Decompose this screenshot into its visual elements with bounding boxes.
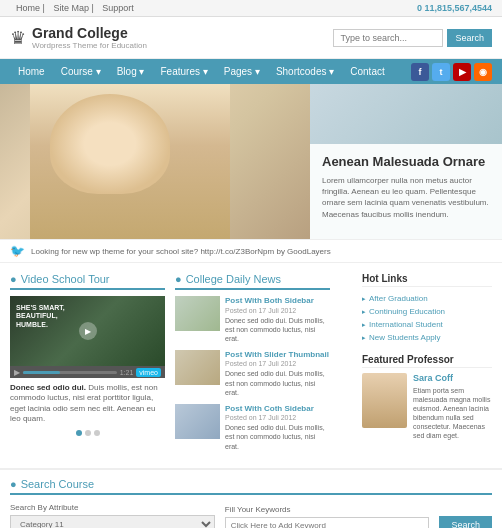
hero-image [0,84,310,239]
youtube-icon[interactable]: ▶ [453,63,471,81]
site-tagline: Wordpress Theme for Education [32,41,147,50]
hot-links-title: Hot Links [362,273,492,287]
search-keywords-input[interactable] [225,517,430,528]
social-icons[interactable]: f t ▶ ◉ [411,63,492,81]
news-date-2: Posted on 17 Juli 2012 [225,360,330,367]
video-overlay: SHE'S SMART,BEAUTIFUL,HUMBLE. ▶ [10,296,165,366]
news-title-3[interactable]: Post With Coth Sidebar [225,404,330,414]
hot-links-section: Hot Links After Graduation Continuing Ed… [362,273,492,344]
nav-course[interactable]: Course ▾ [53,59,109,84]
news-excerpt-1: Donec sed odio dui. Duis mollis, est non… [225,316,330,343]
professor-name: Sara Coff [413,373,492,383]
twitter-bird-icon: 🐦 [10,244,25,258]
search-button[interactable]: Search [447,29,492,47]
news-title-1[interactable]: Post With Both Sidebar [225,296,330,306]
news-img-1 [175,296,220,331]
video-controls[interactable]: ▶ 1:21 vimeo [10,366,165,378]
news-content-2: Post With Slider Thumbnail Posted on 17 … [225,350,330,397]
news-section-icon: ● [175,273,182,285]
sitemap-link[interactable]: Site Map [53,3,89,13]
site-header: ♛ Grand College Wordpress Theme for Educ… [0,17,502,59]
dot-3[interactable] [94,430,100,436]
news-date-1: Posted on 17 Juli 2012 [225,307,330,314]
video-text-overlay: SHE'S SMART,BEAUTIFUL,HUMBLE. [16,304,65,329]
news-section-title: ● College Daily News [175,273,330,290]
sidebar: Hot Links After Graduation Continuing Ed… [362,273,492,458]
support-link[interactable]: Support [102,3,134,13]
news-item-3: Post With Coth Sidebar Posted on 17 Juli… [175,404,330,451]
vimeo-badge: vimeo [136,368,161,377]
rss-icon[interactable]: ◉ [474,63,492,81]
top-bar: Home | Site Map | Support 0 11,815,567,4… [0,0,502,17]
search-section: ● Search Course Search By Attribute Cate… [0,468,502,528]
video-section-title: ● Video School Tour [10,273,165,290]
twitter-bar: 🐦 Looking for new wp theme for your scho… [0,239,502,263]
news-title-label: College Daily News [186,273,281,285]
professor-desc: Etiam porta sem malesuada magna mollis e… [413,386,492,441]
news-item-2: Post With Slider Thumbnail Posted on 17 … [175,350,330,397]
site-title: Grand College [32,25,147,41]
search-course-button[interactable]: Search [439,516,492,528]
hot-link-2[interactable]: Continuing Education [362,305,492,318]
dot-1[interactable] [76,430,82,436]
phone-number: 0 11,815,567,4544 [417,3,492,13]
nav-blog[interactable]: Blog ▾ [109,59,153,84]
hero-text: Lorem ullamcorper nulla non metus auctor… [322,175,490,220]
search-attribute-field: Search By Attribute Category 11 [10,503,215,528]
news-section: ● College Daily News Post With Both Side… [175,273,330,458]
left-columns: ● Video School Tour SHE'S SMART,BEAUTIFU… [10,273,352,458]
video-play-icon[interactable]: ▶ [14,368,20,377]
hot-link-3[interactable]: International Student [362,318,492,331]
video-title-label: Video School Tour [21,273,110,285]
nav-links[interactable]: Home Course ▾ Blog ▾ Features ▾ Pages ▾ … [10,59,393,84]
professor-photo [362,373,407,428]
video-progress-bar[interactable] [23,371,117,374]
news-img-3 [175,404,220,439]
twitter-icon[interactable]: t [432,63,450,81]
search-keywords-label: Fill Your Keywords [225,505,430,514]
header-search[interactable]: Search [333,29,492,47]
news-thumb-2 [175,350,220,385]
search-section-label: Search Course [21,478,94,490]
main-content: ● Video School Tour SHE'S SMART,BEAUTIFU… [0,263,502,468]
nav-pages[interactable]: Pages ▾ [216,59,268,84]
news-excerpt-3: Donec sed odio dui. Duis mollis, est non… [225,423,330,450]
news-content-3: Post With Coth Sidebar Posted on 17 Juli… [225,404,330,451]
search-attribute-label: Search By Attribute [10,503,215,512]
hot-link-4[interactable]: New Students Apply [362,331,492,344]
video-progress-fill [23,371,60,374]
video-dots[interactable] [10,425,165,441]
nav-home[interactable]: Home [10,59,53,84]
news-date-3: Posted on 17 Juli 2012 [225,414,330,421]
nav-contact[interactable]: Contact [342,59,392,84]
professor-card: Sara Coff Etiam porta sem malesuada magn… [362,373,492,441]
video-thumbnail[interactable]: SHE'S SMART,BEAUTIFUL,HUMBLE. ▶ [10,296,165,366]
search-row: Search By Attribute Category 11 Fill You… [10,503,492,528]
nav-shortcodes[interactable]: Shortcodes ▾ [268,59,342,84]
video-description: Donec sed odio dui. Duis mollis, est non… [10,383,165,425]
hero-heading: Aenean Malesuada Ornare [322,154,490,169]
hero-section: Aenean Malesuada Ornare Lorem ullamcorpe… [0,84,502,239]
search-attribute-select[interactable]: Category 11 [10,515,215,528]
video-section-icon: ● [10,273,17,285]
facebook-icon[interactable]: f [411,63,429,81]
news-thumb-1 [175,296,220,331]
home-link[interactable]: Home [16,3,40,13]
news-title-2[interactable]: Post With Slider Thumbnail [225,350,330,360]
professor-info: Sara Coff Etiam porta sem malesuada magn… [413,373,492,441]
top-bar-links[interactable]: Home | Site Map | Support [10,3,134,13]
news-excerpt-2: Donec sed odio dui. Duis mollis, est non… [225,369,330,396]
dot-2[interactable] [85,430,91,436]
main-nav: Home Course ▾ Blog ▾ Features ▾ Pages ▾ … [0,59,502,84]
news-thumb-3 [175,404,220,439]
search-input[interactable] [333,29,443,47]
search-keywords-field: Fill Your Keywords [225,505,430,528]
hero-bg [310,84,502,144]
hot-link-1[interactable]: After Graduation [362,292,492,305]
logo-area: ♛ Grand College Wordpress Theme for Educ… [10,25,147,50]
professor-section: Featured Professor Sara Coff Etiam porta… [362,354,492,441]
search-section-icon: ● [10,478,17,490]
nav-features[interactable]: Features ▾ [153,59,216,84]
video-play-button[interactable]: ▶ [79,322,97,340]
video-time: 1:21 [120,369,134,376]
